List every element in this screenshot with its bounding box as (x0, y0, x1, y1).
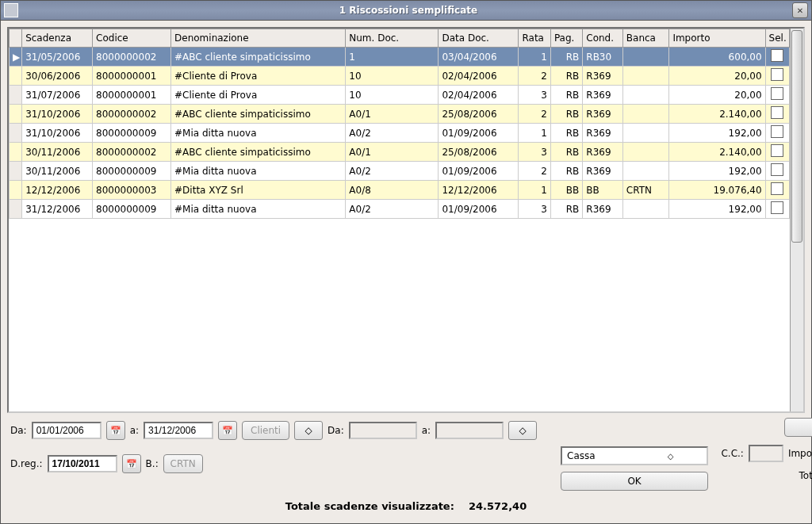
app-window: 1 Riscossioni semplificate ✕ ScadenzaCod… (0, 0, 812, 524)
select-checkbox[interactable] (771, 182, 783, 195)
table-row[interactable]: ▶31/05/20068000000002#ABC cliente simpat… (10, 48, 790, 67)
select-checkbox[interactable] (771, 87, 783, 100)
vertical-scrollbar[interactable] (790, 29, 803, 411)
cc-label: C.C.: (721, 448, 743, 459)
col-header[interactable]: Data Doc. (439, 29, 519, 48)
date-from-input[interactable] (32, 422, 102, 439)
a-label: a: (130, 425, 139, 436)
table-row[interactable]: 30/06/20068000000001#Cliente di Prova100… (10, 67, 790, 86)
visual-button[interactable]: Visual. (784, 418, 812, 437)
col-header[interactable]: Denominazione (171, 29, 346, 48)
calendar-icon[interactable]: 📅 (106, 421, 125, 440)
da-label: Da: (10, 425, 27, 436)
table-row[interactable]: 30/11/20068000000002#ABC cliente simpati… (10, 143, 790, 162)
range-from-input[interactable] (349, 422, 417, 439)
col-header[interactable]: Rata (519, 29, 550, 48)
titlebar: 1 Riscossioni semplificate ✕ (1, 1, 811, 21)
a2-label: a: (422, 425, 431, 436)
dreg-label: D.reg.: (10, 458, 43, 469)
col-header[interactable]: Cond. (583, 29, 623, 48)
table-row[interactable]: 31/10/20068000000002#ABC cliente simpati… (10, 105, 790, 124)
table-row[interactable]: 30/11/20068000000009#Mia ditta nuovaA0/2… (10, 162, 790, 181)
filter-row: Da: 📅 a: 📅 Clienti ◇ Da: a: ◇ (7, 418, 540, 443)
chevron-updown-icon: ◇ (634, 452, 707, 461)
table-row[interactable]: 31/12/20068000000009#Mia ditta nuovaA0/2… (10, 200, 790, 219)
col-header[interactable]: Codice (93, 29, 171, 48)
select-checkbox[interactable] (771, 125, 783, 138)
table-row[interactable]: 31/10/20068000000009#Mia ditta nuovaA0/2… (10, 124, 790, 143)
window-title: 1 Riscossioni semplificate (25, 5, 792, 16)
data-grid: ScadenzaCodiceDenominazioneNum. Doc.Data… (7, 27, 805, 413)
select-checkbox[interactable] (771, 144, 783, 157)
col-header[interactable]: Scadenza (22, 29, 93, 48)
body: ScadenzaCodiceDenominazioneNum. Doc.Data… (1, 21, 811, 523)
col-header[interactable]: Pag. (550, 29, 582, 48)
clienti-button[interactable]: Clienti (242, 421, 289, 440)
importo-label: Importo: (788, 448, 812, 459)
select-checkbox[interactable] (771, 201, 783, 214)
select-checkbox[interactable] (771, 106, 783, 119)
select-checkbox[interactable] (771, 68, 783, 81)
cassa-combo[interactable]: Cassa◇ (561, 446, 708, 465)
select-checkbox[interactable] (771, 163, 783, 176)
ok-button[interactable]: OK (561, 472, 708, 491)
b-label: B.: (146, 458, 159, 469)
app-icon (4, 3, 18, 17)
col-header[interactable]: Importo (669, 29, 765, 48)
cc-input[interactable] (749, 445, 783, 462)
date-to-input[interactable] (144, 422, 213, 439)
range-to-input[interactable] (435, 422, 504, 439)
bank-button[interactable]: CRTN (163, 454, 203, 473)
select-checkbox[interactable] (771, 49, 783, 62)
col-header[interactable]: Sel. (765, 29, 789, 48)
reg-row: D.reg.: 📅 B.: CRTN (7, 451, 540, 476)
col-header[interactable]: Banca (622, 29, 669, 48)
clienti-spinner[interactable]: ◇ (294, 421, 323, 440)
dreg-input[interactable] (48, 455, 117, 472)
calendar-icon[interactable]: 📅 (218, 421, 237, 440)
da2-label: Da: (327, 425, 344, 436)
range-spinner[interactable]: ◇ (508, 421, 537, 440)
footer-total: Totale scadenze visualizzate: 24.572,40 (7, 495, 805, 517)
table[interactable]: ScadenzaCodiceDenominazioneNum. Doc.Data… (9, 29, 790, 219)
col-header[interactable]: Num. Doc. (346, 29, 439, 48)
calendar-icon[interactable]: 📅 (122, 454, 141, 473)
table-row[interactable]: 31/07/20068000000001#Cliente di Prova100… (10, 86, 790, 105)
close-icon[interactable]: ✕ (792, 2, 808, 18)
table-row[interactable]: 12/12/20068000000003#Ditta XYZ SrlA0/812… (10, 181, 790, 200)
tot-label: Tot.: (799, 470, 812, 481)
